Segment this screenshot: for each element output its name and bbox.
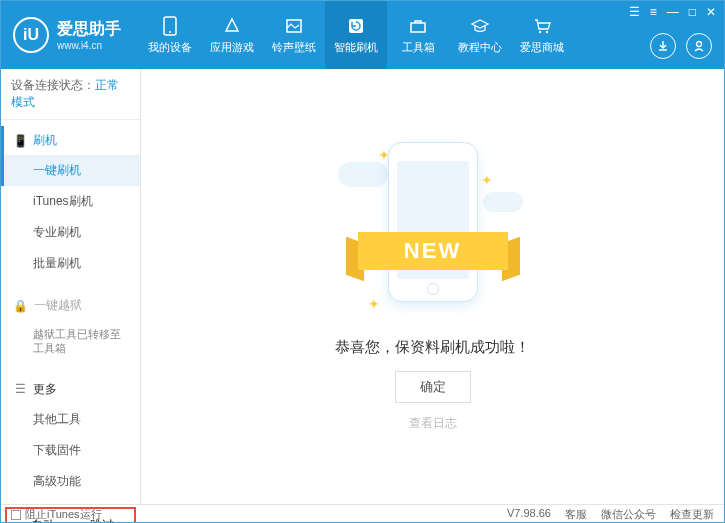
footer-link-wechat[interactable]: 微信公众号 <box>601 507 656 522</box>
apps-icon <box>222 16 242 36</box>
phone-icon <box>388 142 478 302</box>
sidebar-item-other-tools[interactable]: 其他工具 <box>1 404 140 435</box>
lock-icon: 🔒 <box>13 299 28 313</box>
footer-link-update[interactable]: 检查更新 <box>670 507 714 522</box>
sidebar-item-oneclick-flash[interactable]: 一键刷机 <box>1 155 140 186</box>
refresh-icon <box>346 16 366 36</box>
header-right-buttons <box>650 33 712 59</box>
user-button[interactable] <box>686 33 712 59</box>
sidebar-item-pro-flash[interactable]: 专业刷机 <box>1 217 140 248</box>
success-message: 恭喜您，保资料刷机成功啦！ <box>335 338 530 357</box>
sidebar-group-more[interactable]: ☰ 更多 <box>1 375 140 404</box>
wallpaper-icon <box>284 16 304 36</box>
phone-icon <box>160 16 180 36</box>
version-label: V7.98.66 <box>507 507 551 522</box>
window-controls: ☰ ≡ — □ ✕ <box>629 5 716 19</box>
lock-icon[interactable]: ≡ <box>650 5 657 19</box>
logo-area: iU 爱思助手 www.i4.cn <box>13 17 121 53</box>
list-icon: ☰ <box>13 382 27 396</box>
sidebar-item-itunes-flash[interactable]: iTunes刷机 <box>1 186 140 217</box>
sidebar-item-download-firmware[interactable]: 下载固件 <box>1 435 140 466</box>
nav-my-device[interactable]: 我的设备 <box>139 1 201 69</box>
sidebar-item-advanced[interactable]: 高级功能 <box>1 466 140 497</box>
sidebar: 设备连接状态：正常模式 📱 刷机 一键刷机 iTunes刷机 专业刷机 批量刷机… <box>1 69 141 504</box>
nav-tutorial[interactable]: 教程中心 <box>449 1 511 69</box>
nav-ringtone-wallpaper[interactable]: 铃声壁纸 <box>263 1 325 69</box>
graduation-icon <box>470 16 490 36</box>
app-name: 爱思助手 <box>57 19 121 40</box>
svg-point-5 <box>539 30 541 32</box>
minimize-button[interactable]: — <box>667 5 679 19</box>
ok-button[interactable]: 确定 <box>395 371 471 403</box>
connection-status: 设备连接状态：正常模式 <box>1 69 140 120</box>
new-ribbon: NEW <box>358 232 508 270</box>
download-button[interactable] <box>650 33 676 59</box>
nav-toolbox[interactable]: 工具箱 <box>387 1 449 69</box>
main-content: ✦ ✦ ✦ NEW 恭喜您，保资料刷机成功啦！ 确定 查看日志 <box>141 69 724 504</box>
sidebar-group-flash[interactable]: 📱 刷机 <box>1 126 140 155</box>
svg-point-1 <box>169 31 171 33</box>
app-logo-icon: iU <box>13 17 49 53</box>
checkbox-block-itunes[interactable]: 阻止iTunes运行 <box>11 507 102 522</box>
toolbox-icon <box>408 16 428 36</box>
nav-smart-flash[interactable]: 智能刷机 <box>325 1 387 69</box>
main-nav: 我的设备 应用游戏 铃声壁纸 智能刷机 工具箱 教程中心 爱思商城 <box>139 1 573 69</box>
nav-store[interactable]: 爱思商城 <box>511 1 573 69</box>
svg-rect-4 <box>411 23 425 32</box>
success-illustration: ✦ ✦ ✦ NEW <box>368 142 498 322</box>
app-header: iU 爱思助手 www.i4.cn 我的设备 应用游戏 铃声壁纸 智能刷机 工具… <box>1 1 724 69</box>
phone-small-icon: 📱 <box>13 134 27 148</box>
svg-point-7 <box>697 42 702 47</box>
checkbox-empty-icon <box>11 510 21 520</box>
nav-apps-games[interactable]: 应用游戏 <box>201 1 263 69</box>
footer-link-support[interactable]: 客服 <box>565 507 587 522</box>
sidebar-group-jailbreak: 🔒 一键越狱 <box>1 291 140 320</box>
cart-icon <box>532 16 552 36</box>
app-url: www.i4.cn <box>57 40 121 51</box>
sidebar-item-batch-flash[interactable]: 批量刷机 <box>1 248 140 279</box>
view-log-link[interactable]: 查看日志 <box>409 415 457 432</box>
maximize-button[interactable]: □ <box>689 5 696 19</box>
svg-point-6 <box>546 30 548 32</box>
jailbreak-note: 越狱工具已转移至 工具箱 <box>1 320 140 363</box>
menu-icon[interactable]: ☰ <box>629 5 640 19</box>
close-button[interactable]: ✕ <box>706 5 716 19</box>
